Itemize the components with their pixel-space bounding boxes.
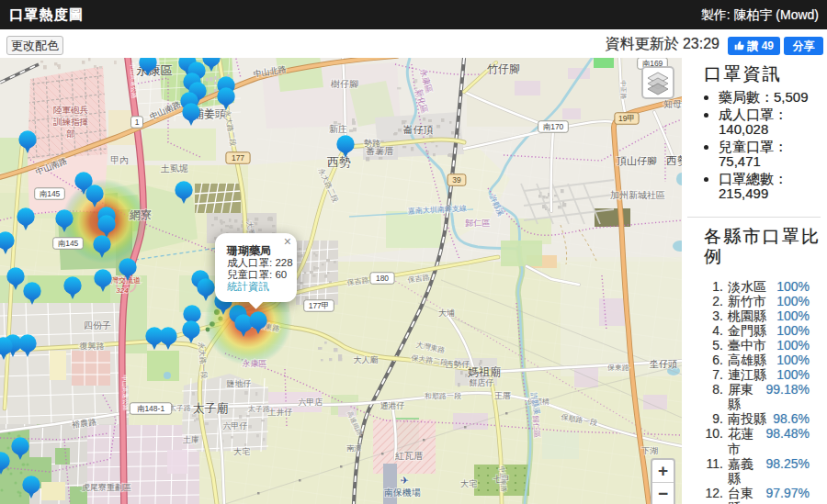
svg-text:土井仔: 土井仔 [268, 408, 293, 417]
svg-text:永康區: 永康區 [243, 359, 267, 368]
svg-text:崙仔頂: 崙仔頂 [403, 124, 434, 135]
svg-text:南170: 南170 [543, 122, 564, 131]
svg-text:樹仔腳: 樹仔腳 [330, 79, 358, 89]
svg-text:四份子: 四份子 [84, 320, 111, 330]
svg-text:南保機場: 南保機場 [384, 487, 421, 498]
svg-text:39: 39 [452, 175, 461, 185]
svg-text:太子路: 太子路 [248, 405, 270, 413]
svg-text:新庄: 新庄 [329, 124, 347, 134]
svg-text:歸仁區: 歸仁區 [466, 218, 491, 228]
svg-text:180: 180 [376, 274, 389, 283]
svg-text:竹仔腳: 竹仔腳 [487, 62, 520, 75]
svg-text:19甲: 19甲 [618, 114, 635, 123]
svg-text:西勢: 西勢 [327, 155, 351, 169]
svg-text:西勢: 西勢 [666, 154, 682, 167]
svg-text:鹽地仔: 鹽地仔 [226, 379, 252, 388]
svg-text:大宅: 大宅 [460, 479, 477, 488]
svg-text:網寮: 網寮 [129, 208, 152, 221]
svg-text:復興路: 復興路 [80, 342, 105, 351]
svg-text:和順路一段: 和順路一段 [425, 392, 461, 400]
svg-text:加州新城社區: 加州新城社區 [610, 190, 665, 200]
svg-text:✈: ✈ [400, 475, 408, 486]
svg-text:南145: 南145 [58, 239, 79, 248]
svg-text:王厝: 王厝 [494, 391, 511, 400]
svg-text:部: 部 [66, 129, 75, 139]
svg-text:南145: 南145 [40, 189, 61, 198]
svg-text:訓練指揮: 訓練指揮 [53, 117, 88, 127]
svg-text:虎尾寮重劃區: 虎尾寮重劃區 [82, 483, 131, 492]
svg-text:大埔: 大埔 [438, 308, 455, 318]
svg-text:六甲仔: 六甲仔 [223, 421, 248, 431]
svg-text:餅店仔: 餅店仔 [470, 378, 494, 387]
svg-text:下湖: 下湖 [641, 446, 658, 455]
svg-text:六甲店: 六甲店 [299, 398, 323, 407]
svg-text:勢路: 勢路 [364, 139, 380, 148]
svg-text:通港仔: 通港仔 [380, 401, 405, 410]
svg-text:1: 1 [135, 118, 140, 127]
svg-text:177: 177 [232, 153, 244, 162]
svg-text:保東路: 保東路 [607, 364, 629, 372]
svg-text:太子路: 太子路 [169, 404, 191, 412]
svg-text:南潭: 南潭 [346, 444, 361, 453]
svg-text:大人廟: 大人廟 [354, 355, 379, 364]
svg-text:陸軍砲兵: 陸軍砲兵 [53, 105, 89, 115]
svg-text:177甲: 177甲 [309, 301, 330, 310]
svg-text:南148-1: 南148-1 [137, 404, 165, 413]
svg-text:土虱堀: 土虱堀 [160, 163, 188, 174]
svg-text:媽祖廟: 媽祖廟 [468, 365, 501, 378]
svg-text:頂山仔腳: 頂山仔腳 [617, 155, 657, 166]
svg-text:甲內: 甲內 [110, 155, 129, 165]
svg-text:324: 324 [116, 286, 129, 295]
svg-text:大宅: 大宅 [233, 447, 250, 456]
svg-text:坔仔頭: 坔仔頭 [650, 359, 677, 369]
svg-text:西勢仔: 西勢仔 [446, 360, 470, 369]
svg-text:土庫: 土庫 [183, 435, 199, 444]
svg-text:紅瓦厝: 紅瓦厝 [395, 451, 423, 461]
svg-text:太子廟: 太子廟 [193, 401, 229, 415]
